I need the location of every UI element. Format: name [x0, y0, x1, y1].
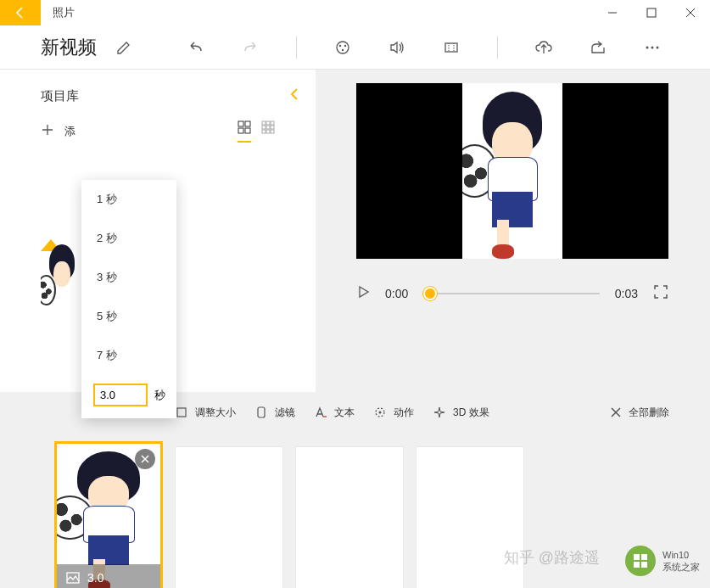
svg-rect-14: [238, 128, 243, 133]
timeline-empty-slot[interactable]: [295, 446, 404, 588]
windows-icon: [631, 552, 650, 570]
add-button[interactable]: [41, 123, 54, 140]
chevron-left-icon: [287, 87, 302, 102]
aspect-icon: [443, 39, 460, 56]
maximize-button[interactable]: [632, 0, 671, 25]
brand-line1: Win10: [662, 549, 700, 561]
current-time: 0:00: [385, 287, 408, 300]
cloud-upload-icon: [534, 38, 553, 57]
pencil-icon: [116, 40, 131, 55]
video-title: 新视频: [41, 35, 97, 60]
duration-option-2s[interactable]: 2 秒: [81, 219, 176, 258]
timeline-empty-slot[interactable]: [175, 446, 283, 588]
character-image: [41, 239, 83, 341]
image-icon: [65, 570, 81, 585]
duration-option-7s[interactable]: 7 秒: [81, 336, 176, 375]
svg-rect-1: [647, 8, 656, 17]
play-button[interactable]: [356, 285, 370, 302]
duration-unit: 秒: [154, 388, 165, 403]
window-controls: [593, 0, 710, 25]
total-time: 0:03: [615, 287, 638, 300]
more-button[interactable]: [635, 31, 669, 64]
duration-option-5s[interactable]: 5 秒: [81, 297, 176, 336]
motion-icon: [373, 406, 387, 419]
grid-view-button[interactable]: [238, 120, 251, 143]
clip-footer: 3.0: [57, 564, 160, 588]
svg-point-4: [344, 44, 346, 46]
svg-rect-13: [245, 121, 250, 126]
text-icon: [314, 406, 327, 419]
filter-label: 滤镜: [275, 406, 295, 420]
3d-effects-label: 3D 效果: [453, 406, 489, 420]
fullscreen-button[interactable]: [653, 284, 668, 303]
titlebar: 照片: [0, 0, 710, 25]
svg-rect-27: [258, 407, 265, 417]
theme-button[interactable]: [326, 31, 360, 64]
zhihu-watermark: 知乎 @路途遥: [504, 547, 600, 568]
maximize-icon: [646, 8, 657, 18]
motion-button[interactable]: 动作: [373, 406, 414, 420]
svg-point-9: [646, 46, 649, 48]
project-library-panel: 项目库 添 1 秒 2 秒 3 秒 5 秒 7 秒: [0, 70, 316, 392]
separator: [497, 36, 498, 59]
minimize-icon: [607, 8, 618, 18]
close-button[interactable]: [671, 0, 710, 25]
collapse-button[interactable]: [287, 87, 302, 105]
duration-dropdown: 1 秒 2 秒 3 秒 5 秒 7 秒 秒: [81, 180, 176, 418]
svg-point-3: [339, 44, 341, 46]
svg-point-5: [342, 48, 344, 50]
play-icon: [356, 285, 370, 299]
minimize-button[interactable]: [593, 0, 632, 25]
filter-button[interactable]: 滤镜: [254, 406, 295, 420]
text-label: 文本: [334, 406, 355, 420]
close-icon: [141, 455, 149, 463]
duration-option-3s[interactable]: 3 秒: [81, 258, 176, 297]
toolbar: 新视频: [0, 25, 710, 70]
clip-remove-button[interactable]: [135, 449, 155, 469]
aspect-button[interactable]: [434, 31, 468, 64]
cloud-button[interactable]: [527, 31, 561, 64]
svg-rect-33: [641, 554, 647, 560]
timeline: 3.0: [0, 433, 710, 588]
text-button[interactable]: 文本: [314, 406, 355, 420]
brand-line2: 系统之家: [662, 561, 700, 573]
resize-button[interactable]: 调整大小: [175, 406, 236, 420]
seek-thumb[interactable]: [423, 287, 437, 300]
svg-rect-17: [266, 121, 270, 125]
redo-button[interactable]: [233, 31, 267, 64]
back-button[interactable]: [0, 0, 41, 25]
audio-button[interactable]: [380, 31, 414, 64]
brand-watermark: Win10 系统之家: [625, 546, 700, 576]
grid-small-view-button[interactable]: [261, 120, 275, 143]
clip-duration: 3.0: [87, 571, 103, 585]
svg-rect-6: [445, 43, 457, 52]
share-button[interactable]: [581, 31, 615, 64]
close-icon: [685, 8, 696, 18]
undo-button[interactable]: [179, 31, 213, 64]
speaker-icon: [389, 39, 405, 56]
seek-bar[interactable]: [423, 293, 600, 294]
3d-effects-button[interactable]: 3D 效果: [433, 406, 489, 420]
add-label: 添: [64, 124, 75, 139]
svg-point-11: [657, 46, 659, 48]
svg-rect-24: [271, 130, 274, 133]
rename-button[interactable]: [107, 31, 141, 64]
svg-point-10: [651, 46, 654, 48]
timeline-clip[interactable]: 3.0: [54, 441, 163, 588]
x-icon: [610, 406, 622, 418]
arrow-left-icon: [14, 6, 27, 20]
grid-large-icon: [238, 120, 251, 134]
svg-rect-35: [641, 562, 647, 568]
svg-rect-21: [271, 126, 274, 129]
duration-option-1s[interactable]: 1 秒: [81, 180, 176, 219]
separator: [296, 36, 297, 59]
library-thumbnail[interactable]: [41, 239, 83, 341]
add-row: 添: [0, 114, 316, 149]
motion-label: 动作: [394, 406, 414, 420]
player-controls: 0:00 0:03: [356, 284, 668, 303]
duration-custom-row: 秒: [81, 375, 176, 418]
share-icon: [590, 39, 607, 56]
svg-point-2: [337, 42, 349, 53]
duration-custom-input[interactable]: [93, 384, 148, 406]
delete-all-button[interactable]: 全部删除: [610, 406, 669, 420]
